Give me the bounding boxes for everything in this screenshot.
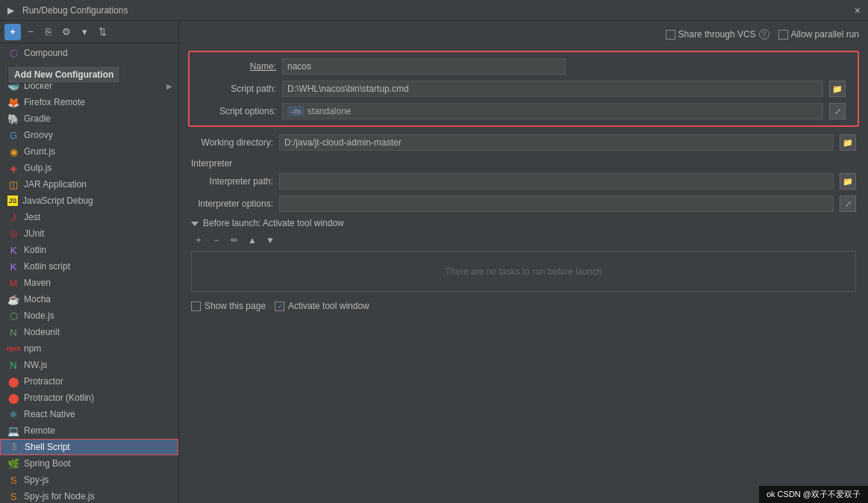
sidebar-item-label: Kotlin xyxy=(24,245,46,255)
sidebar-item-label: Maven xyxy=(24,278,51,288)
spy-node-icon: S xyxy=(7,490,19,502)
footer-row: Show this page Activate tool window xyxy=(179,295,868,317)
groovy-icon: G xyxy=(7,129,19,141)
chevron-down-icon: ▾ xyxy=(82,26,87,37)
sidebar-item-label: Groovy xyxy=(24,130,53,140)
sidebar-item-firefox-remote[interactable]: 🦊 Firefox Remote xyxy=(0,94,178,110)
sidebar-item-react-native[interactable]: ⚛ React Native xyxy=(0,406,178,422)
title-bar-left: ▶ Run/Debug Configurations xyxy=(7,5,128,16)
sort-icon: ⇅ xyxy=(99,26,107,37)
name-row: Name: xyxy=(202,58,846,75)
share-vcs-label: Share through VCS xyxy=(678,29,756,40)
window-title: Run/Debug Configurations xyxy=(22,5,128,16)
before-launch-tasks-area: There are no tasks to run before launch xyxy=(191,251,856,292)
sidebar-item-kotlin-script[interactable]: K Kotlin script xyxy=(0,258,178,275)
interpreter-path-input[interactable] xyxy=(279,173,834,190)
sidebar-item-compound[interactable]: ⬡ Compound xyxy=(0,45,178,61)
show-page-label: Show this page xyxy=(204,301,266,311)
dropdown-button[interactable]: ▾ xyxy=(76,24,93,40)
share-vcs-checkbox[interactable] xyxy=(666,30,675,40)
sidebar-item-npm[interactable]: npm npm xyxy=(0,340,178,357)
interpreter-path-browse-button[interactable]: 📁 xyxy=(840,173,856,190)
remove-configuration-button[interactable]: − xyxy=(22,24,39,40)
sidebar-item-spring-boot[interactable]: 🌿 Spring Boot xyxy=(0,455,178,472)
sidebar-item-javascript-debug[interactable]: JS JavaScript Debug xyxy=(0,193,178,209)
interpreter-path-row: Interpreter path: 📁 xyxy=(191,173,856,190)
shell-icon: $ xyxy=(8,441,20,453)
sidebar-item-label: JUnit xyxy=(24,228,44,239)
sidebar-item-label: Nodeunit xyxy=(24,327,60,337)
compound-icon: ⬡ xyxy=(7,47,19,59)
script-path-browse-button[interactable]: 📁 xyxy=(829,81,846,97)
interpreter-options-input[interactable] xyxy=(279,196,834,212)
sidebar-item-label: React Native xyxy=(24,409,75,419)
nw-icon: N xyxy=(7,359,19,371)
working-directory-browse-button[interactable]: 📁 xyxy=(840,134,856,151)
close-button[interactable]: × xyxy=(855,4,861,16)
sidebar-item-groovy[interactable]: G Groovy xyxy=(0,127,178,143)
folder-icon: 📁 xyxy=(843,138,853,148)
sidebar-item-label: Spy-js for Node.js xyxy=(24,491,95,502)
before-launch-collapse-icon[interactable] xyxy=(191,218,199,228)
working-directory-row: Working directory: 📁 xyxy=(179,130,868,155)
title-bar: ▶ Run/Debug Configurations × xyxy=(0,0,868,21)
folder-icon: 📁 xyxy=(832,84,843,94)
sidebar-item-shell-script[interactable]: $ Shell Script xyxy=(0,439,178,455)
script-path-input[interactable] xyxy=(282,81,823,97)
nodeunit-icon: N xyxy=(7,326,19,338)
before-launch-edit-button[interactable]: ✏ xyxy=(227,233,242,248)
sidebar-item-maven[interactable]: M Maven xyxy=(0,275,178,291)
sidebar-item-protractor-kotlin[interactable]: ⬤ Protractor (Kotlin) xyxy=(0,390,178,406)
working-directory-input[interactable] xyxy=(279,134,834,151)
activate-tool-window-group: Activate tool window xyxy=(275,301,369,311)
before-launch-add-button[interactable]: + xyxy=(191,233,206,248)
jest-icon: J xyxy=(7,211,19,223)
expand-icon: ⤢ xyxy=(845,199,852,209)
sidebar-toolbar: + Add New Configuration − ⎘ ⚙ ▾ ⇅ xyxy=(0,21,178,43)
before-launch-title: Before launch: Activate tool window xyxy=(203,218,344,228)
share-vcs-help-icon[interactable]: ? xyxy=(759,29,769,40)
before-launch-down-button[interactable]: ▼ xyxy=(263,233,278,248)
sidebar-item-protractor[interactable]: ⬤ Protractor xyxy=(0,373,178,390)
sort-button[interactable]: ⇅ xyxy=(94,24,110,40)
sidebar-item-gulp-js[interactable]: ◈ Gulp.js xyxy=(0,160,178,176)
sidebar-item-label: Jest xyxy=(24,212,40,222)
before-launch-up-button[interactable]: ▲ xyxy=(245,233,260,248)
sidebar-item-nodeunit[interactable]: N Nodeunit xyxy=(0,324,178,340)
sidebar-item-remote[interactable]: 💻 Remote xyxy=(0,422,178,439)
add-configuration-button[interactable]: + Add New Configuration xyxy=(4,24,21,40)
sidebar-item-spy-js[interactable]: S Spy-js xyxy=(0,472,178,488)
junit-icon: ◎ xyxy=(7,228,19,240)
window-icon: ▶ xyxy=(7,5,18,16)
script-options-input[interactable]: -m standalone xyxy=(282,103,823,119)
settings-button[interactable]: ⚙ xyxy=(58,24,75,40)
sidebar-item-junit[interactable]: ◎ JUnit xyxy=(0,225,178,242)
sidebar-item-label: npm xyxy=(24,343,41,354)
activate-tool-window-checkbox[interactable] xyxy=(275,302,284,311)
sidebar-item-nw-js[interactable]: N NW.js xyxy=(0,357,178,373)
sidebar-item-jest[interactable]: J Jest xyxy=(0,209,178,225)
sidebar-item-label: Kotlin script xyxy=(24,261,70,272)
before-launch-empty-text: There are no tasks to run before launch xyxy=(445,266,602,277)
show-page-checkbox[interactable] xyxy=(191,302,201,311)
allow-parallel-checkbox[interactable] xyxy=(778,30,788,40)
sidebar-item-grunt-js[interactable]: ◉ Grunt.js xyxy=(0,143,178,160)
before-launch-remove-button[interactable]: − xyxy=(209,233,224,248)
run-debug-configurations-window: ▶ Run/Debug Configurations × + Add New C… xyxy=(0,0,868,503)
sidebar-item-label: Shell Script xyxy=(25,442,70,452)
sidebar-item-node-js[interactable]: ⬡ Node.js xyxy=(0,307,178,324)
copy-configuration-button[interactable]: ⎘ xyxy=(40,24,57,40)
sidebar-item-gradle[interactable]: 🐘 Gradle xyxy=(0,110,178,127)
kotlin-script-icon: K xyxy=(7,260,19,272)
sidebar-item-kotlin[interactable]: K Kotlin xyxy=(0,242,178,258)
sidebar-item-mocha[interactable]: ☕ Mocha xyxy=(0,291,178,307)
copy-icon: ⎘ xyxy=(46,26,51,37)
name-input[interactable] xyxy=(282,58,566,75)
script-options-expand-button[interactable]: ⤢ xyxy=(829,103,846,119)
sidebar-item-jar-application[interactable]: ◫ JAR Application xyxy=(0,176,178,193)
interpreter-options-expand-button[interactable]: ⤢ xyxy=(840,196,856,212)
top-bar: Share through VCS ? Allow parallel run xyxy=(179,21,868,48)
sidebar-item-label: Node.js xyxy=(24,310,54,321)
firefox-icon: 🦊 xyxy=(7,96,19,108)
sidebar-item-spy-js-node[interactable]: S Spy-js for Node.js xyxy=(0,488,178,503)
